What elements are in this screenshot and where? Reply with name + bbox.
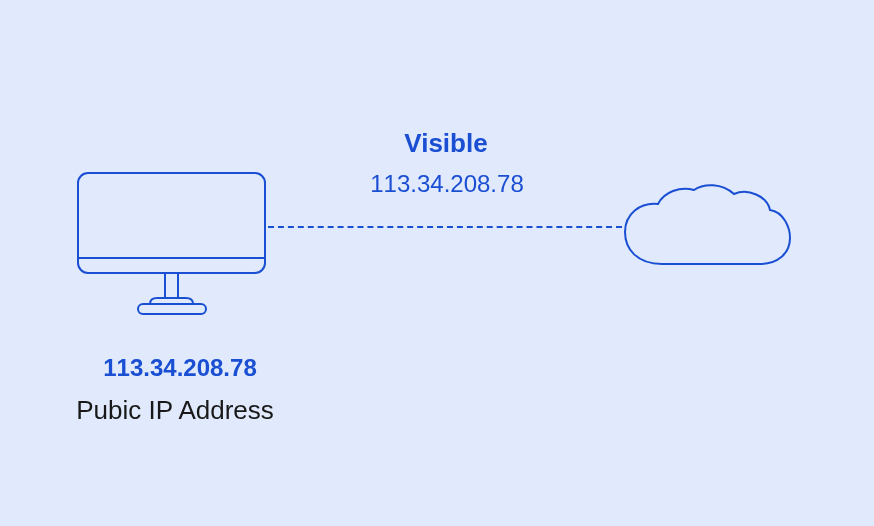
- public-ip-label: Pubic IP Address: [50, 395, 300, 426]
- connection-line: [268, 226, 622, 228]
- ip-address-diagram: Visible 113.34.208.78 113.34.208.78 Pubi…: [0, 0, 874, 526]
- svg-rect-4: [138, 304, 206, 314]
- computer-icon: [75, 170, 268, 334]
- cloud-icon: [622, 184, 794, 278]
- visible-ip-address: 113.34.208.78: [347, 170, 547, 198]
- computer-ip-address: 113.34.208.78: [75, 354, 285, 382]
- visible-label: Visible: [381, 128, 511, 159]
